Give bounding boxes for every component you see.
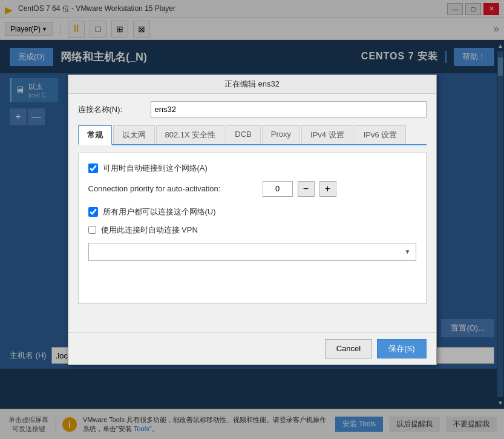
modal-overlay: 正在编辑 ens32 连接名称(N): 常规 以太网 802.1X 安全性 DC…: [0, 0, 504, 439]
all-users-row: 所有用户都可以连接这个网络(U): [88, 206, 416, 217]
vpn-row: 使用此连接时自动连接 VPN: [88, 225, 416, 236]
connection-name-row: 连接名称(N):: [78, 101, 427, 118]
modal-footer: Cancel 保存(S): [68, 332, 436, 365]
vpn-label: 使用此连接时自动连接 VPN: [101, 225, 198, 236]
tab-ipv6[interactable]: IPv6 设置: [355, 125, 407, 144]
all-users-label: 所有用户都可以连接这个网络(U): [103, 206, 216, 217]
tab-ethernet[interactable]: 以太网: [113, 125, 155, 144]
vpn-dropdown[interactable]: ▼: [88, 243, 416, 261]
chevron-down-icon: ▼: [405, 248, 411, 255]
auto-connect-row: 可用时自动链接到这个网络(A): [88, 163, 416, 174]
tab-dcb[interactable]: DCB: [226, 125, 260, 144]
tab-proxy[interactable]: Proxy: [262, 125, 300, 144]
all-users-checkbox[interactable]: [88, 207, 98, 217]
connection-name-input[interactable]: [151, 101, 427, 118]
cancel-button[interactable]: Cancel: [325, 339, 372, 358]
modal-titlebar: 正在编辑 ens32: [68, 75, 436, 94]
priority-input[interactable]: [263, 181, 293, 197]
tab-content-general: 可用时自动链接到这个网络(A) Connection priority for …: [78, 153, 427, 304]
modal-title: 正在编辑 ens32: [224, 79, 280, 90]
tab-general[interactable]: 常规: [78, 125, 112, 145]
auto-connect-label: 可用时自动链接到这个网络(A): [103, 163, 208, 174]
edit-connection-modal: 正在编辑 ens32 连接名称(N): 常规 以太网 802.1X 安全性 DC…: [68, 74, 437, 365]
priority-row: Connection priority for auto-activation:…: [88, 181, 416, 197]
save-button[interactable]: 保存(S): [377, 339, 426, 358]
modal-body: 连接名称(N): 常规 以太网 802.1X 安全性 DCB Proxy IPv…: [68, 94, 436, 332]
priority-increase-button[interactable]: +: [319, 181, 336, 197]
tab-8021x[interactable]: 802.1X 安全性: [156, 125, 225, 144]
priority-decrease-button[interactable]: −: [298, 181, 315, 197]
tab-bar: 常规 以太网 802.1X 安全性 DCB Proxy IPv4 设置 IPv6…: [78, 125, 427, 145]
auto-connect-checkbox[interactable]: [88, 163, 98, 173]
connection-name-label: 连接名称(N):: [78, 104, 151, 115]
tab-ipv4[interactable]: IPv4 设置: [301, 125, 353, 144]
vpn-checkbox[interactable]: [88, 226, 96, 234]
priority-label: Connection priority for auto-activation:: [88, 184, 258, 193]
